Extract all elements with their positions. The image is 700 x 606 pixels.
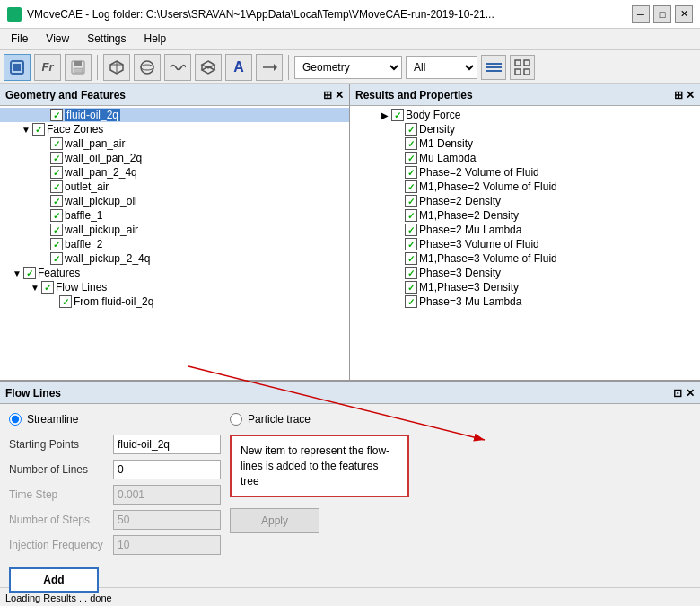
tree-item[interactable]: M1 Density — [350, 136, 700, 151]
restore-button[interactable]: □ — [653, 5, 671, 23]
toolbar-btn-transform[interactable] — [195, 54, 222, 81]
tree-item[interactable]: M1,Phase=3 Volume of Fluid — [350, 251, 700, 266]
tree-item[interactable]: wall_pickup_oil — [0, 194, 349, 208]
tree-expander[interactable]: ▼ — [11, 268, 23, 278]
streamline-radio[interactable] — [9, 413, 22, 426]
tree-item[interactable]: From fluid-oil_2q — [0, 294, 349, 309]
right-panel-expand-icon[interactable]: ⊞ — [674, 89, 683, 101]
tree-checkbox[interactable] — [405, 166, 417, 179]
tree-checkbox[interactable] — [405, 152, 417, 164]
tree-label: wall_pickup_oil — [65, 195, 137, 207]
tree-checkbox[interactable] — [50, 195, 63, 207]
tree-item[interactable]: Phase=2 Mu Lambda — [350, 223, 700, 237]
tree-item[interactable]: Phase=3 Mu Lambda — [350, 294, 700, 309]
menu-help[interactable]: Help — [137, 31, 174, 48]
tree-checkbox[interactable] — [50, 152, 63, 164]
tree-item[interactable]: wall_pan_2_4q — [0, 165, 349, 180]
tree-item[interactable]: ▼Face Zones — [0, 122, 349, 136]
tree-checkbox[interactable] — [32, 123, 45, 136]
form-input — [113, 485, 221, 505]
tree-item[interactable]: Mu Lambda — [350, 151, 700, 165]
form-row: Injection Frequency — [9, 535, 221, 555]
form-input[interactable] — [113, 435, 221, 454]
toolbar-btn-save[interactable] — [65, 54, 92, 81]
close-button[interactable]: ✕ — [675, 5, 693, 23]
minimize-button[interactable]: ─ — [632, 5, 650, 23]
tree-checkbox[interactable] — [405, 295, 417, 308]
tree-checkbox[interactable] — [50, 166, 63, 179]
all-dropdown[interactable]: All — [406, 56, 477, 79]
tree-checkbox[interactable] — [405, 281, 417, 294]
tree-checkbox[interactable] — [50, 252, 63, 265]
tree-item[interactable]: Phase=2 Volume of Fluid — [350, 165, 700, 180]
tree-checkbox[interactable] — [405, 238, 417, 250]
form-label: Injection Frequency — [9, 539, 108, 551]
tree-checkbox[interactable] — [50, 224, 63, 236]
toolbar-btn-2[interactable]: Fr — [34, 54, 61, 81]
toolbar-btn-text[interactable]: A — [225, 54, 252, 81]
tree-checkbox[interactable] — [50, 180, 63, 193]
toolbar-btn-arrow[interactable] — [256, 54, 283, 81]
tree-item[interactable]: baffle_2 — [0, 237, 349, 251]
right-tree: ▶Body ForceDensityM1 DensityMu LambdaPha… — [350, 106, 700, 380]
tree-item[interactable]: M1,Phase=2 Volume of Fluid — [350, 180, 700, 194]
tree-item[interactable]: Density — [350, 122, 700, 136]
tree-checkbox[interactable] — [50, 137, 63, 150]
tree-item[interactable]: Phase=3 Volume of Fluid — [350, 237, 700, 251]
tree-item[interactable]: Phase=3 Density — [350, 266, 700, 280]
tree-checkbox[interactable] — [405, 267, 417, 279]
tree-item[interactable]: fluid-oil_2q — [0, 108, 349, 122]
menu-settings[interactable]: Settings — [80, 31, 133, 48]
tree-checkbox[interactable] — [405, 209, 417, 222]
form-input[interactable] — [113, 460, 221, 479]
tree-expander[interactable]: ▼ — [20, 125, 32, 135]
tree-checkbox[interactable] — [50, 238, 63, 250]
toolbar-btn-sphere[interactable] — [134, 54, 161, 81]
toolbar-btn-1[interactable] — [4, 54, 31, 81]
tree-expander[interactable]: ▶ — [379, 110, 391, 120]
tree-item[interactable]: M1,Phase=3 Density — [350, 280, 700, 294]
particle-trace-radio[interactable] — [230, 413, 242, 426]
tree-item[interactable]: ▼Flow Lines — [0, 280, 349, 294]
tree-item[interactable]: M1,Phase=2 Density — [350, 208, 700, 223]
tree-checkbox[interactable] — [50, 209, 63, 222]
apply-button[interactable]: Apply — [230, 508, 319, 533]
tree-label: wall_pickup_2_4q — [65, 252, 150, 265]
flow-panel-close-icon[interactable]: ✕ — [686, 387, 695, 400]
tree-checkbox[interactable] — [405, 224, 417, 236]
tree-checkbox[interactable] — [41, 281, 54, 294]
toolbar-btn-lines[interactable] — [481, 55, 506, 80]
tree-item[interactable]: wall_pickup_air — [0, 223, 349, 237]
tree-checkbox[interactable] — [405, 123, 417, 136]
tree-checkbox[interactable] — [405, 137, 417, 150]
tree-item[interactable]: wall_oil_pan_2q — [0, 151, 349, 165]
tree-item[interactable]: outlet_air — [0, 180, 349, 194]
tree-item[interactable]: ▼Features — [0, 266, 349, 280]
tree-item[interactable]: baffle_1 — [0, 208, 349, 223]
left-panel-expand-icon[interactable]: ⊞ — [323, 89, 332, 101]
tree-checkbox[interactable] — [23, 267, 36, 279]
toolbar-btn-wave[interactable] — [164, 54, 191, 81]
add-button[interactable]: Add — [9, 567, 99, 593]
toolbar-btn-cube[interactable] — [103, 54, 130, 81]
tree-checkbox[interactable] — [59, 295, 72, 308]
tree-checkbox[interactable] — [50, 109, 63, 121]
flow-panel-restore-icon[interactable]: ⊡ — [673, 387, 682, 400]
left-panel-close-icon[interactable]: ✕ — [335, 89, 344, 101]
toolbar-btn-grid[interactable] — [510, 55, 535, 80]
main-area: Geometry and Features ⊞ ✕ fluid-oil_2q▼F… — [0, 84, 700, 381]
tree-expander[interactable]: ▼ — [29, 283, 41, 293]
tree-checkbox[interactable] — [405, 252, 417, 265]
svg-rect-20 — [515, 69, 521, 75]
geometry-dropdown[interactable]: Geometry — [294, 56, 402, 79]
tree-checkbox[interactable] — [391, 109, 404, 121]
tree-item[interactable]: ▶Body Force — [350, 108, 700, 122]
tree-checkbox[interactable] — [405, 195, 417, 207]
tree-item[interactable]: Phase=2 Density — [350, 194, 700, 208]
tree-item[interactable]: wall_pickup_2_4q — [0, 251, 349, 266]
menu-view[interactable]: View — [39, 31, 76, 48]
right-panel-close-icon[interactable]: ✕ — [686, 89, 695, 101]
menu-file[interactable]: File — [4, 31, 35, 48]
tree-item[interactable]: wall_pan_air — [0, 136, 349, 151]
tree-checkbox[interactable] — [405, 180, 417, 193]
